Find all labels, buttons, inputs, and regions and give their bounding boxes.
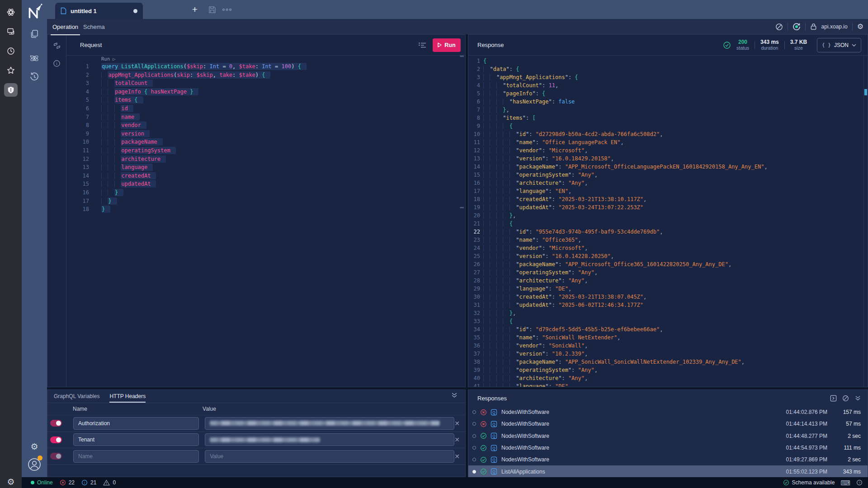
- code-line[interactable]: 2 "data": {: [468, 65, 864, 73]
- code-line[interactable]: 2 appMngt_Applications(skip: $skip, take…: [66, 71, 465, 80]
- tab-http-headers[interactable]: HTTP Headers: [109, 393, 146, 403]
- header-value-input[interactable]: [205, 433, 454, 446]
- new-tab-icon[interactable]: +: [188, 0, 202, 19]
- shield-icon[interactable]: [4, 83, 18, 97]
- code-line[interactable]: 5 items {: [66, 96, 465, 104]
- header-value-input[interactable]: [205, 417, 454, 430]
- response-history-item[interactable]: QNodesWithSoftware01:44:14.413 PM57 ms: [468, 418, 868, 430]
- code-line[interactable]: 18}: [66, 205, 465, 214]
- clear-responses-icon[interactable]: [842, 395, 849, 402]
- xoap-logo[interactable]: [25, 3, 43, 21]
- header-name-input[interactable]: Name: [73, 450, 199, 463]
- header-value-input[interactable]: Value: [205, 450, 454, 463]
- header-name-input[interactable]: Tenant: [73, 433, 199, 446]
- response-scrollbar[interactable]: [863, 56, 868, 387]
- code-line[interactable]: 24 "vendor": "Microsoft",: [468, 244, 864, 252]
- tab-untitled[interactable]: untitled 1: [55, 3, 143, 19]
- more-icon[interactable]: ooo: [221, 0, 234, 19]
- code-line[interactable]: 21 {: [468, 220, 864, 228]
- info-icon[interactable]: i: [47, 60, 66, 67]
- code-line[interactable]: 9 {: [468, 122, 864, 130]
- code-line[interactable]: 7 },: [468, 106, 864, 114]
- code-line[interactable]: 12 architecture: [66, 155, 465, 164]
- response-history-item[interactable]: QNodesWithSoftware01:49:27.869 PM2 sec: [468, 454, 868, 465]
- code-line[interactable]: 13 "version": "16.0.18429.20158",: [468, 155, 864, 163]
- format-dropdown[interactable]: { } JSON: [817, 38, 861, 52]
- user-avatar[interactable]: [27, 457, 42, 472]
- workstation-icon[interactable]: [4, 25, 18, 38]
- code-line[interactable]: 10 packageName: [66, 138, 465, 146]
- code-line[interactable]: 9 version: [66, 130, 465, 138]
- gear-icon[interactable]: ⚙: [7, 478, 14, 486]
- documents-icon[interactable]: [29, 29, 39, 39]
- format-icon[interactable]: [418, 42, 426, 49]
- tab-operation[interactable]: Operation: [51, 19, 80, 35]
- code-line[interactable]: 27 "operatingSystem": "Any",: [468, 268, 864, 277]
- code-line[interactable]: 41 "language": "DE",: [468, 382, 864, 387]
- warning-count[interactable]: 0: [103, 479, 116, 486]
- code-line[interactable]: 12 "vendor": "Microsoft",: [468, 146, 864, 155]
- code-line[interactable]: 22 "id": "955e74d3-974b-495f-baf9-53c4dd…: [468, 228, 864, 236]
- response-history-item[interactable]: QNodesWithSoftware01:44:02.876 PM157 ms: [468, 406, 868, 418]
- collapse-panel-icon[interactable]: [451, 392, 458, 399]
- code-line[interactable]: 32 },: [468, 309, 864, 317]
- help-icon[interactable]: ?: [856, 479, 863, 486]
- code-line[interactable]: 34 "id": "d79cdef5-5dd5-45b5-b25e-ef6beb…: [468, 325, 864, 333]
- code-line[interactable]: 30 "createdAt": "2025-03-21T13:38:07.045…: [468, 293, 864, 301]
- code-line[interactable]: 5 "pageInfo": {: [468, 89, 864, 98]
- block-icon[interactable]: [775, 23, 783, 31]
- code-line[interactable]: 3 totalCount: [66, 79, 465, 88]
- code-line[interactable]: 17 }: [66, 197, 465, 206]
- header-enabled-toggle[interactable]: [50, 436, 62, 443]
- code-line[interactable]: 17 "language": "EN",: [468, 187, 864, 195]
- code-line[interactable]: 16 }: [66, 188, 465, 197]
- code-line[interactable]: 10 "id": "d27298d9-b50a-4cd2-abda-766fa6…: [468, 130, 864, 138]
- atom-icon[interactable]: [29, 53, 40, 64]
- code-line[interactable]: 40 "architecture": "Any",: [468, 374, 864, 382]
- remove-header-icon[interactable]: ✕: [454, 453, 460, 460]
- scrollbar-thumb[interactable]: [864, 89, 867, 95]
- code-line[interactable]: 8 "items": [: [468, 114, 864, 122]
- code-line[interactable]: 37 "version": "10.2.339",: [468, 350, 864, 358]
- remove-header-icon[interactable]: ✕: [454, 436, 460, 443]
- code-line[interactable]: 36 "vendor": "SonicWall",: [468, 342, 864, 350]
- code-line[interactable]: 16 "architecture": "Any",: [468, 179, 864, 187]
- refresh-status-icon[interactable]: [793, 23, 801, 31]
- code-line[interactable]: 1query ListAllApplications($skip: Int = …: [66, 62, 465, 71]
- code-line[interactable]: 3 "appMngt_Applications": {: [468, 73, 864, 81]
- remove-header-icon[interactable]: ✕: [454, 420, 460, 427]
- code-line[interactable]: 35 "name": "SonicWall NetExtender",: [468, 333, 864, 342]
- code-line[interactable]: 14 "packageName": "APP_Microsoft_OfficeL…: [468, 163, 864, 171]
- code-line[interactable]: 39 "operatingSystem": "Any",: [468, 366, 864, 374]
- code-line[interactable]: 15 updatedAt: [66, 180, 465, 188]
- code-line[interactable]: 11 operatingSystem: [66, 146, 465, 155]
- info-count[interactable]: i 21: [81, 479, 96, 486]
- code-line[interactable]: 7 name: [66, 113, 465, 122]
- operations-icon[interactable]: [47, 42, 66, 50]
- openai-logo[interactable]: [4, 5, 18, 19]
- collapse-panel-icon[interactable]: [854, 395, 861, 401]
- tab-schema[interactable]: Schema: [81, 19, 107, 34]
- code-line[interactable]: 11 "name": "Office LanguagePack EN",: [468, 138, 864, 146]
- keyboard-icon[interactable]: ⌨: [840, 479, 850, 486]
- run-code-lens[interactable]: Run ▷: [101, 56, 465, 62]
- settings-gear-icon[interactable]: ⚙: [857, 23, 863, 30]
- code-line[interactable]: 6 id: [66, 104, 465, 113]
- code-line[interactable]: 1{: [468, 57, 864, 65]
- save-icon[interactable]: [205, 0, 219, 19]
- star-icon[interactable]: [4, 64, 18, 77]
- request-editor[interactable]: Run ▷ 1query ListAllApplications($skip: …: [66, 56, 465, 387]
- header-enabled-toggle[interactable]: [50, 453, 62, 460]
- code-line[interactable]: 4 "totalCount": 11,: [468, 81, 864, 89]
- code-line[interactable]: 19 "updatedAt": "2025-03-24T13:07:22.253…: [468, 203, 864, 211]
- code-line[interactable]: 26 "packageName": "APP_Microsoft_Office3…: [468, 260, 864, 268]
- code-line[interactable]: 15 "operatingSystem": "Any",: [468, 171, 864, 179]
- tab-graphql-variables[interactable]: GraphQL Variables: [54, 393, 99, 403]
- code-line[interactable]: 20 },: [468, 211, 864, 220]
- response-viewer[interactable]: 1{2 "data": {3 "appMngt_Applications": {…: [468, 56, 864, 387]
- response-history-item[interactable]: QListAllApplications01:55:02.123 PM343 m…: [468, 465, 868, 477]
- code-line[interactable]: 33 {: [468, 317, 864, 325]
- gear-icon[interactable]: ⚙: [30, 442, 38, 451]
- code-line[interactable]: 29 "language": "DE",: [468, 285, 864, 293]
- clock-icon[interactable]: [4, 44, 18, 58]
